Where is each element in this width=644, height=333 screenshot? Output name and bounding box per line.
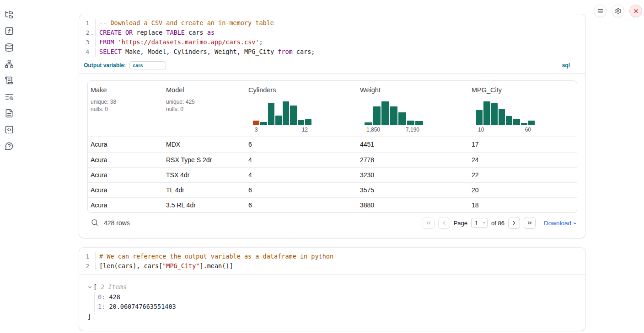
column-header-make[interactable]: Make unique: 38 nulls: 0 bbox=[88, 85, 163, 137]
table-row[interactable]: AcuraTSX 4dr4323022 bbox=[88, 167, 577, 182]
output-variable-row: Output variable: sql bbox=[79, 59, 585, 74]
last-page-button[interactable] bbox=[524, 217, 536, 229]
table-row[interactable]: AcuraMDX6445117 bbox=[88, 137, 577, 152]
tree-collapse-chevron-icon[interactable] bbox=[87, 285, 93, 290]
code-line[interactable]: 2[len(cars), cars["MPG_City"].mean()] bbox=[79, 262, 585, 271]
table-cell: 18 bbox=[469, 201, 577, 209]
histogram-bar bbox=[398, 112, 406, 125]
data-table: Make unique: 38 nulls: 0 Model unique: 4… bbox=[87, 80, 577, 213]
tree-entry: 1: 20.060747663551403 bbox=[98, 302, 577, 312]
table-body: AcuraMDX6445117AcuraRSX Type S 2dr427782… bbox=[88, 137, 577, 212]
settings-button[interactable] bbox=[612, 5, 624, 17]
dependency-graph-icon[interactable] bbox=[5, 59, 14, 69]
output-variable-input[interactable] bbox=[129, 61, 166, 69]
menu-button[interactable] bbox=[594, 5, 606, 17]
table-row[interactable]: Acura3.5 RL 4dr6388018 bbox=[88, 197, 577, 212]
row-count: 428 rows bbox=[104, 219, 130, 227]
page-select[interactable]: 1 bbox=[471, 218, 488, 228]
code-text: FROM 'https://datasets.marimo.app/cars.c… bbox=[95, 38, 263, 47]
histogram-bar bbox=[253, 121, 259, 125]
histogram-bar bbox=[268, 103, 274, 125]
column-title: Make bbox=[91, 85, 161, 94]
table-cell: 3230 bbox=[357, 171, 469, 179]
code-line[interactable]: 1-- Download a CSV and create an in-memo… bbox=[79, 19, 585, 28]
python-code-editor[interactable]: 1# We can reference the output variable … bbox=[79, 248, 585, 275]
line-number: 1 bbox=[79, 253, 89, 262]
tree-entry-value: 20.060747663551403 bbox=[105, 303, 176, 310]
histogram-bar bbox=[381, 101, 389, 125]
stat-nulls: nulls: 0 bbox=[91, 106, 161, 113]
table-cell: Acura bbox=[88, 171, 163, 179]
pagination: Page 1 of 86 Download bbox=[423, 217, 577, 229]
table-row[interactable]: AcuraRSX Type S 2dr4277824 bbox=[88, 152, 577, 167]
code-text: -- Download a CSV and create an in-memor… bbox=[95, 19, 274, 28]
fold-chevron-icon[interactable]: ⌄ bbox=[89, 29, 95, 38]
table-cell: Acura bbox=[88, 156, 163, 164]
histogram-bar bbox=[407, 121, 415, 125]
output-variable-label: Output variable: bbox=[84, 62, 126, 69]
table-cell: 3880 bbox=[357, 201, 469, 209]
histogram-bar bbox=[390, 106, 398, 125]
axis-min: 10 bbox=[478, 127, 484, 133]
chevron-right-icon bbox=[511, 220, 517, 226]
page-label: Page bbox=[454, 220, 467, 227]
histogram-bars bbox=[253, 101, 311, 125]
first-page-button[interactable] bbox=[423, 217, 435, 229]
prev-page-button[interactable] bbox=[438, 217, 450, 229]
snippets-icon[interactable] bbox=[5, 125, 14, 134]
database-icon[interactable] bbox=[5, 43, 14, 52]
table-cell: Acura bbox=[88, 141, 163, 148]
line-number: 4 bbox=[79, 48, 89, 57]
table-cell: 6 bbox=[246, 201, 357, 209]
table-row[interactable]: AcuraTL 4dr6357520 bbox=[88, 182, 577, 197]
table-cell: 6 bbox=[246, 186, 357, 194]
histogram-bar bbox=[476, 110, 483, 125]
histogram-bar bbox=[415, 121, 423, 125]
code-line[interactable]: 2⌄CREATE OR replace TABLE cars as bbox=[79, 28, 585, 38]
function-icon[interactable] bbox=[5, 26, 14, 36]
column-header-mpg-city[interactable]: MPG_City 10 60 bbox=[469, 85, 577, 137]
logs-search-icon[interactable] bbox=[5, 92, 14, 101]
download-button[interactable]: Download bbox=[544, 220, 577, 227]
column-title: MPG_City bbox=[472, 85, 574, 94]
histogram-bar bbox=[506, 116, 512, 125]
column-header-model[interactable]: Model unique: 425 nulls: 0 bbox=[163, 85, 246, 137]
column-header-weight[interactable]: Weight 1,850 7,190 bbox=[357, 85, 469, 137]
table-cell: 4451 bbox=[357, 141, 469, 148]
tree-entry: 0: 428 bbox=[98, 292, 577, 302]
shutdown-button[interactable] bbox=[629, 5, 642, 17]
sql-output-area: Make unique: 38 nulls: 0 Model unique: 4… bbox=[79, 74, 585, 238]
sidebar bbox=[0, 0, 18, 333]
close-bracket: ] bbox=[87, 312, 577, 322]
document-icon[interactable] bbox=[5, 109, 14, 118]
column-stats: unique: 425 nulls: 0 bbox=[166, 98, 243, 113]
menu-icon bbox=[597, 8, 604, 15]
column-header-cylinders[interactable]: Cylinders 3 12 bbox=[246, 85, 357, 137]
table-cell: 24 bbox=[469, 156, 577, 164]
table-cell: 3.5 RL 4dr bbox=[163, 201, 246, 209]
search-icon[interactable] bbox=[90, 218, 99, 227]
next-page-button[interactable] bbox=[508, 217, 520, 229]
file-tree-icon[interactable] bbox=[5, 10, 14, 19]
line-number: 3 bbox=[79, 38, 89, 48]
line-number: 2 bbox=[79, 262, 89, 271]
gear-icon bbox=[615, 8, 622, 15]
sql-code-editor[interactable]: 1-- Download a CSV and create an in-memo… bbox=[79, 14, 585, 59]
column-title: Cylinders bbox=[248, 85, 354, 94]
code-line[interactable]: 3FROM 'https://datasets.marimo.app/cars.… bbox=[79, 38, 585, 48]
table-footer: 428 rows Page 1 of 86 bbox=[87, 216, 577, 231]
histogram-bar bbox=[283, 101, 289, 125]
code-line[interactable]: 1# We can reference the output variable … bbox=[79, 252, 585, 262]
histogram-axis: 3 12 bbox=[253, 125, 311, 133]
table-cell: 20 bbox=[469, 186, 577, 194]
histogram-bars bbox=[476, 101, 535, 125]
sql-cell: 1-- Download a CSV and create an in-memo… bbox=[79, 14, 586, 238]
line-number: 2 bbox=[79, 29, 89, 38]
line-number: 1 bbox=[79, 19, 89, 28]
code-line[interactable]: 4SELECT Make, Model, Cylinders, Weight, … bbox=[79, 48, 585, 57]
code-text: [len(cars), cars["MPG_City"].mean()] bbox=[95, 262, 233, 271]
code-text: SELECT Make, Model, Cylinders, Weight, M… bbox=[95, 48, 315, 57]
help-icon[interactable] bbox=[5, 142, 14, 151]
scroll-icon[interactable] bbox=[5, 76, 14, 85]
code-text: CREATE OR replace TABLE cars as bbox=[95, 28, 215, 37]
